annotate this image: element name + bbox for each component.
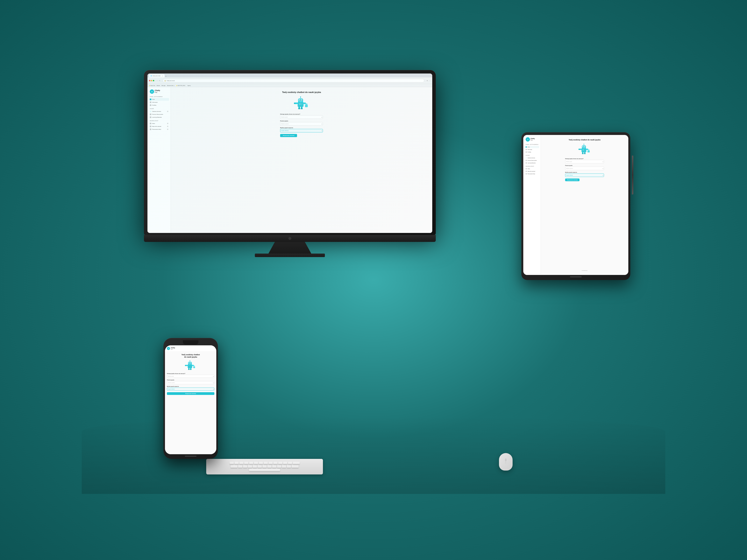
phone-cta-button[interactable]: Rozpocznij rozmowę (167, 392, 214, 395)
tablet-sidebar-profile[interactable]: Profil/kę (525, 151, 539, 153)
key (259, 462, 263, 464)
key-enter (291, 465, 299, 468)
browser-toolbar: ‹ › ↻ 🔒 chatty-pal.com/pl ★ ⋮ (148, 77, 432, 84)
svg-point-52 (589, 150, 589, 151)
cta-button[interactable]: Rozpocznij rozmowę (280, 134, 297, 137)
chat-icon (150, 99, 151, 100)
language-label: Którego języka chcesz się nauczyć? (280, 113, 323, 115)
tablet-page-title: Twój osobisty chatbot do nauki języka (569, 139, 600, 141)
phone-level-select[interactable]: Wybierz poziom (167, 381, 214, 384)
svg-point-72 (190, 369, 191, 370)
language-select[interactable]: Wybierz język (280, 115, 323, 119)
tablet-info-label: Informacje (527, 149, 532, 150)
svg-point-10 (302, 100, 302, 101)
bookmark-1[interactable]: 📁 React Grid (149, 85, 155, 86)
tablet-cta-button[interactable]: Rozpocznij rozmowę (565, 179, 579, 181)
bookmark-6[interactable]: Agency (187, 85, 191, 86)
tablet-sidebar-plan[interactable]: Planowanie lekcji (525, 173, 539, 175)
tablet-chat-icon (525, 146, 527, 148)
sidebar-item-links[interactable]: Moje linki syktuali (149, 125, 169, 128)
sidebar-item-homework-label: Zadania domowe (152, 111, 161, 112)
svg-point-14 (294, 103, 295, 104)
phone-support-select[interactable]: English (British) (167, 388, 214, 391)
bookmark-2[interactable]: Blender (157, 85, 160, 86)
sidebar-item-plan[interactable]: Planowanie lekcji (149, 128, 169, 131)
sidebar-item-ideas-label: Ideas (152, 123, 155, 124)
close-button[interactable] (149, 80, 150, 81)
tablet-level-placeholder: Wybierz poziom (566, 168, 573, 169)
key (277, 465, 281, 468)
sidebar-item-plan-label: Planowanie lekcji (152, 129, 161, 130)
level-select-wrapper: Wybierz poziom (280, 122, 323, 126)
info-icon (150, 102, 151, 103)
sidebar-item-materials-label: Learning Materials (152, 117, 162, 118)
key (268, 462, 273, 464)
key-tab (231, 465, 237, 468)
minimize-button[interactable] (151, 80, 152, 81)
sidebar-item-teacher[interactable]: Pomoce Nauczyciela (149, 113, 169, 116)
tablet-support-select[interactable]: English (British) (565, 174, 604, 177)
tablet-sidebar-info[interactable]: Informacje (525, 149, 539, 151)
sidebar-item-materials[interactable]: Learning Materials (149, 116, 169, 118)
monitor-app-content: Chatty Pal Panel Użytkownika Chat Inform… (148, 87, 432, 233)
svg-point-47 (582, 153, 584, 154)
tablet-sidebar-ideas[interactable]: Ideas (525, 168, 539, 170)
sidebar-item-homework[interactable]: Zadania domowe (149, 110, 169, 113)
support-select[interactable]: English (British) (280, 129, 323, 132)
ideas-badge (167, 123, 168, 124)
phone-language-select[interactable]: Wybierz język (167, 375, 214, 378)
monitor-logo: Chatty Pal (149, 89, 169, 94)
tablet-sidebar-teacher[interactable]: Pomoce Nauczyciela (525, 159, 539, 162)
level-select[interactable]: Wybierz poziom (280, 122, 323, 126)
sidebar-item-ideas[interactable]: Ideas (149, 122, 169, 125)
tablet-sidebar-links[interactable]: Moje linki syktuali (525, 170, 539, 172)
phone-level-select-wrapper: Wybierz poziom (167, 381, 214, 384)
tablet-language-select[interactable]: Wybierz język (565, 160, 604, 163)
key (258, 465, 262, 468)
monitor-screen: 🌐 chatty-pal.com/pl ✕ + ‹ › ↻ (148, 74, 432, 233)
bookmark-5[interactable]: ⭐ NEXT/TOG_REU... (176, 85, 186, 86)
svg-point-27 (307, 104, 307, 105)
language-placeholder: Wybierz język (281, 116, 288, 118)
sidebar-item-info[interactable]: Informacje (149, 101, 169, 104)
level-label: Poziom języka (280, 121, 323, 122)
svg-point-48 (584, 153, 586, 154)
sidebar-section-neurologist: Neurologist (150, 120, 169, 121)
address-text: chatty-pal.com/pl (166, 80, 175, 81)
tablet-plan-icon (525, 173, 527, 175)
address-bar[interactable]: 🔒 chatty-pal.com/pl (163, 79, 424, 82)
tablet-main: Twój osobisty chatbot do nauki języka (541, 135, 628, 275)
sidebar-item-chat[interactable]: Chat (149, 98, 169, 101)
svg-point-2 (152, 91, 153, 92)
phone-frame: Chatty Pal Twój osobisty chatbot do nauk… (163, 338, 218, 459)
bookmark-3[interactable]: Min apps (162, 85, 165, 86)
phone-main: Twój osobisty chatbot do nauki języka (165, 352, 216, 454)
tablet-logo: Chatty Pal (525, 137, 539, 141)
key (253, 465, 257, 468)
bookmark-4[interactable]: Moments (desi...) (167, 85, 175, 86)
tablet-home-bar (570, 276, 582, 277)
tablet-level-select[interactable]: Wybierz poziom (565, 167, 604, 170)
tablet-profile-icon (525, 152, 527, 153)
tablet-sidebar-materials[interactable]: Learning Materials (525, 162, 539, 164)
tablet-sidebar-chat[interactable]: Chat (525, 146, 539, 148)
monitor-camera (288, 237, 291, 240)
tablet-ideas-icon (525, 168, 527, 169)
ideas-icon (150, 123, 151, 124)
phone-layout: Chatty Pal Twój osobisty chatbot do nauk… (165, 345, 216, 454)
key (239, 462, 243, 464)
plan-badge (167, 129, 168, 130)
phone-home-bar (185, 456, 197, 457)
tablet-app-content: Chatty Pal Panel Użytkownika Chat Inform… (523, 135, 628, 275)
tablet-sidebar-homework[interactable]: Zadania domowe (525, 157, 539, 159)
key (254, 462, 258, 464)
tablet-level-label: Poziom języka (565, 165, 604, 166)
sidebar-item-profile[interactable]: Profil/kę (149, 104, 169, 107)
phone-logo-text: Chatty Pal (171, 347, 175, 350)
maximize-button[interactable] (153, 80, 154, 81)
keyboard (206, 459, 323, 475)
browser-tab-active[interactable]: 🌐 chatty-pal.com/pl ✕ (149, 74, 164, 77)
links-icon (150, 126, 151, 127)
logo-icon (150, 89, 154, 94)
svg-point-39 (583, 146, 583, 147)
